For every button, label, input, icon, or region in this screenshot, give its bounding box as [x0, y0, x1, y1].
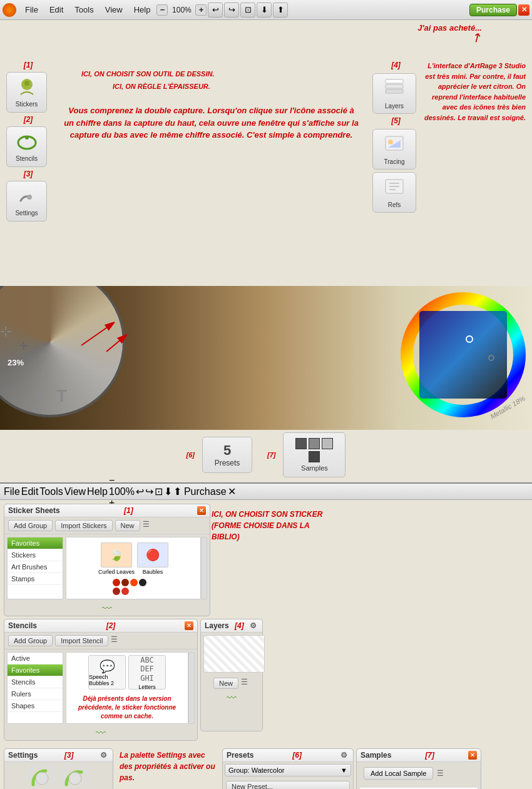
resize-btn-2[interactable]: ⬆: [173, 486, 182, 497]
sticker-stamps[interactable]: Stamps: [8, 573, 63, 585]
redo-btn[interactable]: ↪: [224, 3, 239, 18]
sticker-label-num: [1]: [124, 506, 133, 515]
crop-btn[interactable]: ⊡: [240, 3, 255, 18]
layers-btn[interactable]: Layers: [372, 73, 416, 114]
center-annotation: ICI, ON CHOISIT SON OUTIL DE DESSIN. ICI…: [50, 61, 372, 280]
layers-gear-icon[interactable]: ⚙: [250, 621, 258, 630]
menu-edit-2[interactable]: Edit: [21, 486, 39, 497]
layers-options-icon[interactable]: ☰: [241, 678, 250, 686]
move-tool-icon[interactable]: ✛: [19, 339, 28, 353]
purchase-btn-2[interactable]: Purchase: [184, 486, 227, 497]
zoom-out-btn[interactable]: −: [156, 4, 168, 16]
menu-file-2[interactable]: File: [4, 486, 20, 497]
letters-thumb[interactable]: ABCDEFGHI Letters: [128, 655, 166, 690]
stencils-preview: 💬 Speech Bubbles 2 ABCDEFGHI Letters Déj…: [66, 652, 188, 724]
purchase-btn[interactable]: Purchase: [469, 4, 517, 16]
stencils-import[interactable]: Import Stencil: [55, 635, 108, 646]
menu-file[interactable]: File: [20, 4, 43, 16]
new-preset-btn[interactable]: New Preset...: [226, 781, 350, 789]
tracing-btn[interactable]: Tracing: [372, 129, 416, 170]
speech-bubbles-thumb[interactable]: 💬 Speech Bubbles 2: [88, 655, 126, 690]
menu-view[interactable]: View: [100, 4, 128, 16]
sticker-baubles[interactable]: 🔴 Baubles: [137, 542, 168, 575]
swatch-orange-red: [130, 579, 138, 586]
sticker-artbrushes[interactable]: Art Brushes: [8, 561, 63, 573]
sticker-wifi-icon: 〰: [4, 602, 210, 616]
select-tool-icon[interactable]: ⊹: [0, 323, 11, 340]
redo-btn-2[interactable]: ↪: [145, 486, 153, 497]
pressure-knob-visual[interactable]: [28, 765, 56, 789]
undo-btn[interactable]: ↩: [208, 3, 223, 18]
svg-rect-14: [419, 311, 507, 399]
add-local-sample-btn[interactable]: Add Local Sample: [364, 767, 433, 780]
stencils-btn[interactable]: Stencils: [6, 126, 47, 167]
purchase-arrow-area: J'ai pas acheté... ↗: [0, 20, 532, 54]
stencils-active[interactable]: Active: [8, 653, 63, 664]
stencils-add-group[interactable]: Add Group: [8, 635, 53, 646]
top-section: File Edit Tools View Help − 100% + ↩ ↪ ⊡…: [0, 0, 532, 482]
swatch-mid-red: [121, 588, 129, 595]
menu-tools-2[interactable]: Tools: [39, 486, 63, 497]
stencils-content: Active Favorites Stencils Rulers Shapes …: [4, 649, 197, 726]
sticker-stickers[interactable]: Stickers: [8, 549, 63, 561]
menu-help[interactable]: Help: [129, 4, 156, 16]
presets-gear-icon[interactable]: ⚙: [340, 751, 349, 760]
sticker-gear-icon[interactable]: ☰: [143, 520, 151, 529]
settings-annotation-text: La palette Settings avec des propriétés …: [120, 750, 216, 783]
undo-btn-2[interactable]: ↩: [136, 486, 144, 497]
close-btn[interactable]: ✕: [518, 4, 529, 16]
presets-dropdown-icon: ▼: [340, 766, 347, 774]
stickers-btn[interactable]: Stickers: [6, 72, 47, 113]
stencils-rulers[interactable]: Rulers: [8, 688, 63, 700]
menu-view-2[interactable]: View: [64, 486, 86, 497]
menu-help-2[interactable]: Help: [87, 486, 108, 497]
sticker-favorites[interactable]: Favorites: [8, 537, 63, 549]
stencils-note: Déjà présents dans la version précédente…: [66, 692, 188, 723]
main-canvas[interactable]: ⊹ ✛ 23% T: [0, 286, 532, 430]
stencils-favorites[interactable]: Favorites: [8, 664, 63, 676]
save-btn[interactable]: ⬇: [257, 3, 272, 18]
sticker-curled-leaves[interactable]: 🍃 Curled Leaves: [98, 542, 135, 575]
presets-group-selector[interactable]: Group: Watercolor ▼: [225, 764, 351, 776]
sticker-scrollbar[interactable]: [201, 537, 207, 599]
stickers-label: Stickers: [16, 101, 38, 108]
settings-header: Settings [3] ⚙: [4, 749, 113, 762]
stencils-close-btn[interactable]: ✕: [185, 621, 193, 630]
samples-box[interactable]: Samples: [283, 432, 345, 477]
stencils-scrollbar[interactable]: [188, 652, 195, 724]
sticker-close-btn[interactable]: ✕: [197, 506, 206, 515]
settings-btn[interactable]: Settings: [6, 181, 47, 221]
settings-gear-icon[interactable]: ⚙: [100, 751, 109, 760]
presets-label-num: [6]: [292, 751, 302, 760]
layers-header: Layers [4] ⚙: [201, 619, 262, 633]
crop-btn-2[interactable]: ⊡: [155, 486, 163, 497]
sticker-new-btn[interactable]: New: [115, 520, 140, 531]
color-swatches: [111, 578, 155, 596]
stencils-shapes[interactable]: Shapes: [8, 700, 63, 712]
samples-options-icon[interactable]: ☰: [437, 769, 446, 778]
refs-btn[interactable]: Refs: [372, 172, 416, 213]
curled-leaves-label: Curled Leaves: [98, 569, 135, 575]
layers-new-btn[interactable]: New: [213, 678, 238, 689]
sticker-add-group-btn[interactable]: Add Group: [8, 520, 53, 531]
sticker-import-btn[interactable]: Import Stickers: [55, 520, 112, 531]
text-tool[interactable]: T: [56, 386, 67, 406]
menu-edit[interactable]: Edit: [44, 4, 68, 16]
samples-close-btn[interactable]: ✕: [468, 751, 477, 760]
stencils-gear-icon[interactable]: ☰: [111, 635, 120, 644]
resize-btn[interactable]: ⬆: [273, 3, 288, 18]
svg-point-9: [388, 140, 393, 145]
presets-box[interactable]: 5 Presets: [202, 437, 252, 473]
save-btn-2[interactable]: ⬇: [164, 486, 172, 497]
stencils-label-num: [2]: [106, 621, 116, 630]
stencils-stencils[interactable]: Stencils: [8, 676, 63, 688]
zoom-out-btn-2[interactable]: −: [109, 475, 135, 486]
close-btn-2[interactable]: ✕: [228, 486, 236, 497]
menu-tools[interactable]: Tools: [69, 4, 98, 16]
thinners-knob-visual[interactable]: [61, 765, 90, 789]
color-wheel[interactable]: [401, 292, 526, 417]
zoom-in-btn[interactable]: +: [195, 4, 207, 16]
svg-point-4: [27, 195, 32, 200]
sticker-annotation-area: ICI, ON CHOISIT SON STICKER (FORME CHOIS…: [212, 502, 337, 549]
stencils-thumbs: 💬 Speech Bubbles 2 ABCDEFGHI Letters: [86, 653, 168, 692]
